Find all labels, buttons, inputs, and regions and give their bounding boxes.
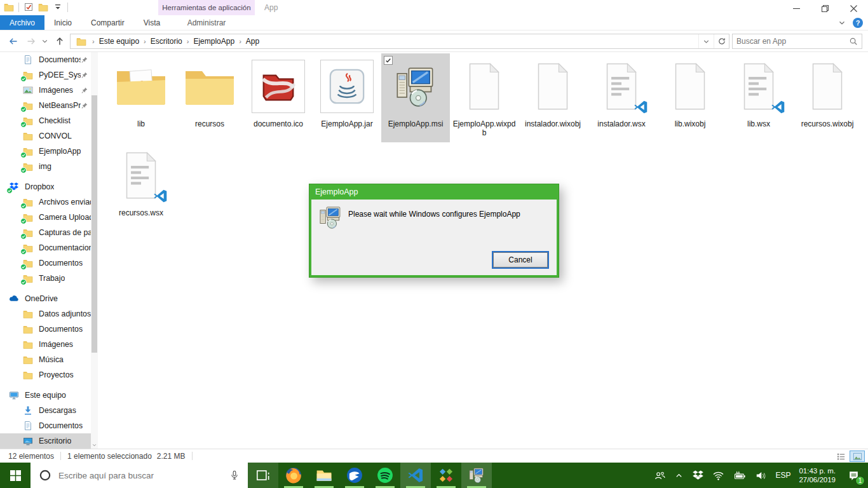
file-instalador-wixobj[interactable]: instalador.wixobj (519, 53, 587, 142)
start-button[interactable] (0, 463, 31, 488)
wifi-icon[interactable] (712, 470, 724, 482)
taskbar-wix[interactable] (431, 463, 461, 488)
taskbar-search-input[interactable] (58, 471, 229, 480)
tab-compartir[interactable]: Compartir (81, 15, 134, 30)
file-lib[interactable]: lib (107, 53, 175, 142)
language-indicator[interactable]: ESP (775, 471, 790, 480)
taskbar-vscode[interactable] (400, 463, 431, 488)
sidebar-item-archivos-enviados[interactable]: Archivos enviado (0, 194, 91, 210)
taskbar-firefox[interactable] (278, 463, 309, 488)
sidebar-item-checklist[interactable]: Checklist (0, 113, 91, 128)
file-recursos-wsx[interactable]: recursos.wsx (107, 142, 175, 231)
scroll-down-icon[interactable] (91, 441, 98, 449)
crumb-separator: › (140, 37, 149, 45)
sidebar-item-ejemploapp[interactable]: EjemploApp (0, 144, 91, 159)
qat-properties-icon[interactable] (24, 2, 34, 12)
details-view-icon[interactable] (833, 451, 848, 462)
sidebar-item-trabajo[interactable]: Trabajo (0, 271, 91, 286)
search-box[interactable] (732, 34, 862, 49)
explorer-app-icon (4, 2, 14, 12)
refresh-button[interactable] (714, 34, 729, 48)
search-input[interactable] (736, 37, 849, 46)
sidebar-item-pydee[interactable]: PyDEE_Syster (0, 67, 91, 83)
back-icon[interactable] (8, 36, 18, 46)
file-ejemploapp-wixpdb[interactable]: EjemploApp.wixpdb (450, 53, 519, 142)
sidebar-item-netbeans[interactable]: NetBeansProj (0, 98, 91, 113)
thumbnail-view-icon[interactable] (850, 451, 865, 462)
sidebar-item-img[interactable]: img (0, 159, 91, 174)
search-icon[interactable] (849, 37, 858, 46)
msi-installer-icon (394, 65, 437, 108)
taskbar-thunderbird[interactable] (339, 463, 370, 488)
cancel-button[interactable]: Cancel (493, 252, 548, 268)
people-icon[interactable] (654, 470, 666, 482)
recent-locations-chevron-icon[interactable] (41, 36, 49, 46)
sidebar-item-documentos-pc[interactable]: Documentos (0, 418, 91, 433)
file-recursos[interactable]: recursos (175, 53, 244, 142)
action-center-button[interactable]: 1 (844, 466, 863, 485)
breadcrumb-este-equipo[interactable]: Este equipo (98, 37, 140, 46)
close-button[interactable] (839, 0, 868, 17)
firefox-icon (285, 467, 302, 484)
help-icon[interactable]: ? (853, 18, 863, 28)
sidebar-section-dropbox[interactable]: Dropbox (0, 179, 91, 194)
file-recursos-wixobj[interactable]: recursos.wixobj (793, 53, 862, 142)
tab-inicio[interactable]: Inicio (44, 15, 81, 30)
file-lib-wixobj[interactable]: lib.wixobj (656, 53, 724, 142)
address-dropdown-button[interactable] (698, 34, 714, 48)
sidebar-section-onedrive[interactable]: OneDrive (0, 291, 91, 306)
dropbox-tray-icon[interactable] (692, 470, 704, 482)
qat-customize-icon[interactable] (53, 2, 63, 12)
taskbar-installer[interactable] (461, 463, 492, 488)
taskbar-spotify[interactable] (370, 463, 400, 488)
address-box[interactable]: › Este equipo › Escritorio › EjemploApp … (70, 34, 729, 49)
sidebar-item-label: Documentos (39, 259, 83, 268)
sidebar-item-documentacion[interactable]: Documentacion (0, 240, 91, 255)
up-icon[interactable] (55, 36, 65, 46)
sidebar-item-documentos-dropbox[interactable]: Documentos (0, 255, 91, 271)
sidebar-item-descargas[interactable]: Descargas (0, 403, 91, 418)
clock[interactable]: 01:43 p. m. 27/06/2019 (799, 466, 836, 484)
restore-button[interactable] (811, 0, 839, 17)
file-ejemploapp-jar[interactable]: EjemploApp.jar (313, 53, 381, 142)
sidebar-item-proyectos[interactable]: Proyectos (0, 367, 91, 383)
battery-icon[interactable] (733, 470, 747, 482)
sidebar-section-este-equipo[interactable]: Este equipo (0, 388, 91, 403)
breadcrumb-escritorio[interactable]: Escritorio (149, 37, 184, 46)
view-switcher (833, 451, 865, 462)
file-ejemploapp-msi[interactable]: EjemploApp.msi (381, 53, 450, 142)
sidebar-item-documentos-onedrive[interactable]: Documentos (0, 322, 91, 337)
sidebar-scrollbar[interactable] (91, 52, 98, 449)
qat-new-folder-icon[interactable] (38, 2, 48, 12)
scrollbar-thumb[interactable] (92, 95, 97, 353)
file-instalador-wsx[interactable]: instalador.wsx (587, 53, 656, 142)
file-documento-ico[interactable]: documento.ico (244, 53, 313, 142)
sidebar-item-camera-uploads[interactable]: Camera Uploads (0, 210, 91, 225)
sidebar-item-documentos-qa[interactable]: Documentos (0, 52, 91, 67)
dialog-title: EjemploApp (309, 184, 559, 200)
context-tab-header[interactable]: Herramientas de aplicación (158, 0, 255, 15)
tab-archivo[interactable]: Archivo (0, 15, 44, 30)
sidebar-item-datos-adjuntos[interactable]: Datos adjuntos d (0, 306, 91, 322)
breadcrumb-ejemploapp[interactable]: EjemploApp (192, 37, 236, 46)
task-view-button[interactable] (248, 463, 278, 488)
tray-expand-chevron-icon[interactable] (674, 471, 684, 480)
microphone-icon[interactable] (229, 470, 240, 481)
file-lib-wsx[interactable]: lib.wsx (724, 53, 793, 142)
sidebar-item-imagenes-onedrive[interactable]: Imágenes (0, 337, 91, 352)
taskbar-explorer[interactable] (309, 463, 339, 488)
tab-administrar[interactable]: Administrar (158, 15, 255, 30)
sidebar-item-musica[interactable]: Música (0, 352, 91, 367)
sidebar-item-capturas[interactable]: Capturas de pan (0, 225, 91, 240)
section-gap (0, 383, 91, 388)
sync-check-icon (20, 203, 27, 209)
sidebar-item-escritorio[interactable]: Escritorio (0, 433, 91, 449)
volume-icon[interactable] (755, 470, 767, 482)
sidebar-item-convol[interactable]: CONVOL (0, 128, 91, 144)
minimize-button[interactable] (782, 0, 811, 17)
scroll-up-icon[interactable] (91, 52, 98, 60)
taskbar-search[interactable] (31, 463, 248, 488)
breadcrumb-app[interactable]: App (245, 37, 261, 46)
sidebar-item-imagenes-qa[interactable]: Imágenes (0, 83, 91, 98)
ribbon-collapse-chevron-icon[interactable] (837, 18, 846, 27)
